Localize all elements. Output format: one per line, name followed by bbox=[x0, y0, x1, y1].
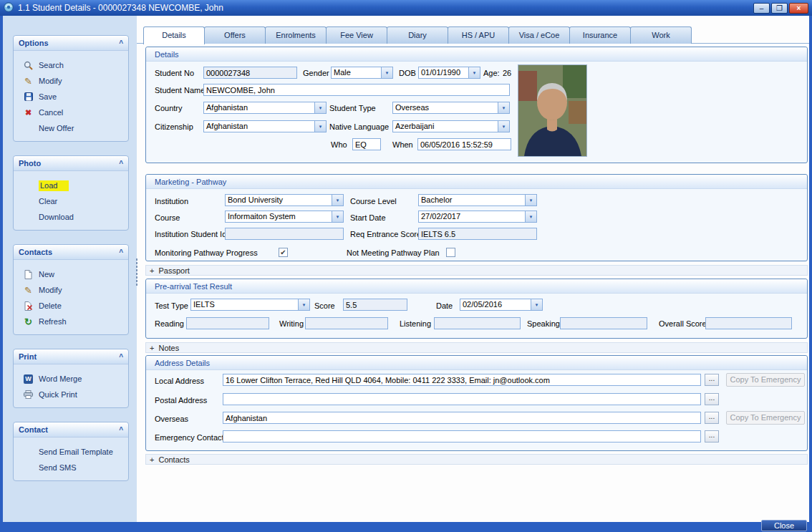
monitoring-pathway-checkbox[interactable] bbox=[279, 248, 288, 257]
sidebar-item-cancel[interactable]: ✖ Cancel bbox=[14, 105, 128, 120]
local-address-field[interactable] bbox=[223, 374, 701, 386]
dropdown-arrow-icon[interactable]: ▼ bbox=[498, 102, 509, 113]
sidebar-splitter[interactable] bbox=[135, 258, 138, 286]
close-button[interactable]: Close bbox=[761, 520, 807, 531]
tab-work[interactable]: Work bbox=[630, 26, 692, 44]
tab-details[interactable]: Details bbox=[143, 26, 205, 44]
test-date-dropdown[interactable]: 02/05/2016 ▼ bbox=[460, 299, 543, 311]
dropdown-arrow-icon[interactable]: ▼ bbox=[298, 299, 309, 310]
listening-label: Listening bbox=[400, 319, 431, 328]
student-name-field[interactable] bbox=[203, 84, 510, 96]
dropdown-arrow-icon[interactable]: ▼ bbox=[381, 67, 392, 78]
expand-icon: + bbox=[150, 266, 154, 275]
tab-fee-view[interactable]: Fee View bbox=[326, 26, 387, 44]
panel-options-header[interactable]: Options ^ bbox=[14, 36, 128, 51]
country-value: Afghanistan bbox=[204, 102, 314, 113]
dropdown-arrow-icon[interactable]: ▼ bbox=[498, 121, 509, 132]
citizenship-dropdown[interactable]: Afghanistan ▼ bbox=[203, 120, 327, 132]
tab-insurance[interactable]: Insurance bbox=[569, 26, 631, 44]
sidebar-item-contact-refresh[interactable]: ↻ Refresh bbox=[14, 314, 128, 329]
postal-address-ellipsis-button[interactable]: ... bbox=[705, 393, 719, 405]
notes-section-toggle[interactable]: + Notes bbox=[145, 342, 808, 353]
sidebar-item-search[interactable]: Search bbox=[14, 57, 128, 73]
tab-offers[interactable]: Offers bbox=[204, 26, 266, 44]
when-field[interactable] bbox=[417, 138, 511, 150]
score-field[interactable] bbox=[343, 299, 407, 311]
dropdown-arrow-icon[interactable]: ▼ bbox=[314, 102, 326, 113]
dob-dropdown[interactable]: 01/01/1990 ▼ bbox=[418, 67, 480, 79]
dropdown-arrow-icon[interactable]: ▼ bbox=[525, 195, 536, 205]
maximize-icon[interactable]: ❐ bbox=[771, 3, 788, 14]
sidebar-item-label: New bbox=[39, 270, 54, 279]
overall-score-field[interactable] bbox=[705, 317, 792, 329]
start-date-dropdown[interactable]: 27/02/2017 ▼ bbox=[418, 211, 537, 223]
emergency-contact-ellipsis-button[interactable]: ... bbox=[705, 430, 719, 442]
panel-print-header[interactable]: Print ^ bbox=[14, 349, 128, 364]
course-label: Course bbox=[155, 213, 180, 222]
dropdown-arrow-icon[interactable]: ▼ bbox=[332, 195, 343, 205]
overseas-address-field[interactable] bbox=[223, 412, 701, 424]
sidebar-item-label: Quick Print bbox=[39, 390, 77, 399]
sidebar-item-contact-delete[interactable]: Delete bbox=[14, 298, 128, 314]
institution-dropdown[interactable]: Bond University ▼ bbox=[225, 194, 344, 206]
student-type-dropdown[interactable]: Overseas ▼ bbox=[392, 102, 510, 114]
sidebar-item-label-highlighted: Load bbox=[39, 180, 69, 191]
close-window-icon[interactable]: × bbox=[789, 3, 808, 14]
course-dropdown[interactable]: Informaiton System ▼ bbox=[225, 211, 344, 223]
tab-visa-ecoe[interactable]: Visa / eCoe bbox=[508, 26, 570, 44]
postal-address-field[interactable] bbox=[223, 393, 701, 405]
dropdown-arrow-icon[interactable]: ▼ bbox=[314, 121, 326, 132]
sidebar-item-contact-new[interactable]: New bbox=[14, 266, 128, 282]
sidebar-item-quick-print[interactable]: Quick Print bbox=[14, 387, 128, 402]
titlebar[interactable]: 1.1 Student Details - 0000027348 NEWCOMB… bbox=[0, 0, 812, 16]
sidebar-item-save[interactable]: Save bbox=[14, 89, 128, 105]
sidebar-item-contact-modify[interactable]: ✎ Modify bbox=[14, 282, 128, 298]
emergency-contact-field[interactable] bbox=[223, 430, 701, 442]
sidebar-item-new-offer[interactable]: New Offer bbox=[14, 120, 128, 136]
main-area: Details Offers Enrolments Fee View Diary… bbox=[137, 16, 809, 522]
tab-hs-apu[interactable]: HS / APU bbox=[448, 26, 509, 44]
panel-contact-header[interactable]: Contact ^ bbox=[14, 422, 128, 437]
gender-dropdown[interactable]: Male ▼ bbox=[331, 67, 393, 79]
reading-field[interactable] bbox=[186, 317, 269, 329]
contacts-section-toggle[interactable]: + Contacts bbox=[145, 454, 808, 465]
writing-field[interactable] bbox=[305, 317, 388, 329]
sidebar-item-clear-photo[interactable]: Clear bbox=[14, 193, 128, 209]
sidebar-item-download-photo[interactable]: Download bbox=[14, 209, 128, 225]
dropdown-arrow-icon[interactable]: ▼ bbox=[468, 67, 480, 78]
native-language-dropdown[interactable]: Azerbaijani ▼ bbox=[392, 120, 510, 132]
sidebar-item-word-merge[interactable]: W Word Merge bbox=[14, 371, 128, 387]
tab-diary[interactable]: Diary bbox=[387, 26, 448, 44]
passport-section-toggle[interactable]: + Passport bbox=[145, 265, 808, 276]
panel-contacts-header[interactable]: Contacts ^ bbox=[14, 245, 128, 260]
sidebar-item-send-sms[interactable]: Send SMS bbox=[14, 460, 128, 475]
pre-arrival-group-header: Pre-arrival Test Result bbox=[146, 279, 807, 294]
req-entrance-score-field[interactable] bbox=[418, 228, 537, 240]
pre-arrival-group: Pre-arrival Test Result Test Type IELTS … bbox=[145, 279, 808, 339]
sidebar-item-label: Modify bbox=[39, 286, 62, 294]
local-address-ellipsis-button[interactable]: ... bbox=[705, 374, 719, 386]
sidebar-item-send-email-template[interactable]: Send Email Template bbox=[14, 444, 128, 460]
copy-to-emergency-overseas-button[interactable]: Copy To Emergency bbox=[726, 411, 805, 425]
dropdown-arrow-icon[interactable]: ▼ bbox=[525, 211, 536, 222]
dropdown-arrow-icon[interactable]: ▼ bbox=[332, 211, 343, 222]
course-level-dropdown[interactable]: Bachelor ▼ bbox=[418, 194, 537, 206]
not-meeting-pathway-checkbox[interactable] bbox=[446, 248, 455, 257]
listening-field[interactable] bbox=[434, 317, 521, 329]
sidebar-item-load-photo[interactable]: Load bbox=[14, 178, 128, 193]
test-type-dropdown[interactable]: IELTS ▼ bbox=[190, 299, 310, 311]
who-field[interactable] bbox=[352, 138, 381, 150]
panel-photo-header[interactable]: Photo ^ bbox=[14, 156, 128, 171]
printer-icon bbox=[23, 390, 34, 400]
institution-student-id-field[interactable] bbox=[225, 228, 344, 240]
country-dropdown[interactable]: Afghanistan ▼ bbox=[203, 102, 327, 114]
speaking-field[interactable] bbox=[560, 317, 647, 329]
sidebar-item-modify[interactable]: ✎ Modify bbox=[14, 73, 128, 89]
blank-icon bbox=[23, 180, 34, 190]
student-no-field[interactable] bbox=[203, 67, 297, 79]
overseas-address-ellipsis-button[interactable]: ... bbox=[705, 412, 719, 424]
copy-to-emergency-local-button[interactable]: Copy To Emergency bbox=[726, 373, 805, 387]
minimize-icon[interactable]: – bbox=[753, 3, 770, 14]
dropdown-arrow-icon[interactable]: ▼ bbox=[531, 299, 542, 310]
tab-enrolments[interactable]: Enrolments bbox=[265, 26, 327, 44]
